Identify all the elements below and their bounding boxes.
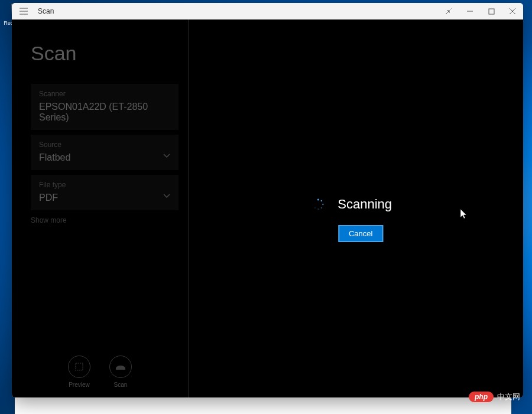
svg-point-9 [321,200,323,202]
chevron-down-icon [163,190,170,201]
filetype-value: PDF [39,193,170,203]
preview-button[interactable]: Preview [68,356,90,388]
svg-point-8 [317,199,319,201]
maximize-button[interactable] [481,3,502,19]
preview-label: Preview [69,382,90,388]
scanning-dialog: Scanning Cancel [312,197,392,242]
scanner-label: Scanner [39,90,170,98]
svg-point-11 [321,207,322,208]
page-title: Scan [31,42,179,65]
watermark-badge: php [469,392,494,402]
preview-icon [74,361,85,372]
close-button[interactable] [502,3,523,19]
sidebar: Scan Scanner EPSON01A22D (ET-2850 Series… [12,19,188,397]
scanner-value: EPSON01A22D (ET-2850 Series) [39,102,170,123]
main-area: Scanning Cancel [188,19,523,397]
compact-overlay-button[interactable] [438,3,459,19]
scan-label: Scan [114,382,128,388]
mouse-cursor-icon [460,209,469,222]
hamburger-menu-icon[interactable] [17,4,31,18]
svg-point-12 [317,208,319,210]
minimize-button[interactable] [459,3,481,19]
filetype-selector[interactable]: File type PDF [31,175,179,210]
spinner-icon [312,198,325,211]
watermark: php 中文网 [469,392,520,402]
source-label: Source [39,141,170,149]
svg-point-13 [314,207,316,208]
scan-icon [115,361,126,373]
scanning-status-text: Scanning [338,197,392,212]
chevron-down-icon [163,150,170,161]
scanner-selector[interactable]: Scanner EPSON01A22D (ET-2850 Series) [31,84,179,130]
scan-button[interactable]: Scan [109,356,132,388]
watermark-text: 中文网 [497,392,520,402]
source-value: Flatbed [39,152,170,163]
show-more-link[interactable]: Show more [31,216,179,224]
svg-rect-4 [489,9,494,14]
sidebar-footer: Preview Scan [12,350,188,397]
titlebar: Scan [12,3,523,19]
svg-rect-7 [76,363,83,370]
window-title: Scan [38,7,54,15]
app-body: Scan Scanner EPSON01A22D (ET-2850 Series… [12,19,523,397]
filetype-label: File type [39,181,170,189]
background-window [15,396,511,414]
scan-app-window: Scan Scan Scanner EPSON01A22D (ET-2850 S… [12,3,523,397]
source-selector[interactable]: Source Flatbed [31,135,179,170]
cancel-button[interactable]: Cancel [338,225,383,242]
svg-point-10 [322,204,323,205]
